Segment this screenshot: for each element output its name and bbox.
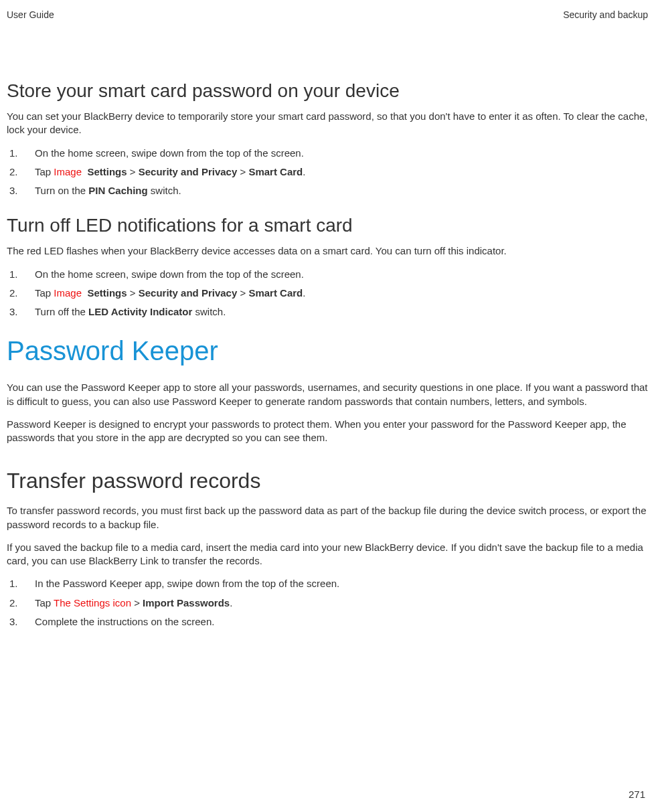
paragraph: The red LED flashes when your BlackBerry… xyxy=(7,244,648,258)
list-number: 1. xyxy=(9,147,35,160)
list-item: 1. On the home screen, swipe down from t… xyxy=(9,268,648,281)
text: . xyxy=(303,287,305,299)
list-number: 2. xyxy=(9,287,35,300)
text: . xyxy=(230,597,232,608)
list-item: 2. Tap The Settings icon > Import Passwo… xyxy=(9,596,648,610)
settings-icon-placeholder: The Settings icon xyxy=(54,597,131,608)
image-placeholder: Image xyxy=(54,287,82,299)
list-number: 1. xyxy=(9,577,35,590)
list-text: On the home screen, swipe down from the … xyxy=(35,147,648,160)
list-text: Complete the instructions on the screen. xyxy=(35,615,648,629)
list-item: 1. In the Password Keeper app, swipe dow… xyxy=(9,577,648,590)
paragraph: Password Keeper is designed to encrypt y… xyxy=(7,418,648,445)
list-item: 3. Turn off the LED Activity Indicator s… xyxy=(9,305,648,319)
settings-label: Settings xyxy=(87,166,127,177)
list-item: 1. On the home screen, swipe down from t… xyxy=(9,147,648,160)
settings-label: Settings xyxy=(87,287,127,299)
import-passwords-label: Import Passwords xyxy=(143,597,230,608)
image-placeholder: Image xyxy=(54,166,82,177)
text: Tap xyxy=(35,597,54,608)
list-text: Tap The Settings icon > Import Passwords… xyxy=(35,596,648,610)
header-left: User Guide xyxy=(7,9,54,20)
text: Tap xyxy=(35,166,54,177)
list-item: 3. Complete the instructions on the scre… xyxy=(9,615,648,629)
text: > xyxy=(237,287,248,299)
list-text: Turn on the PIN Caching switch. xyxy=(35,184,648,197)
list-item: 2. Tap Image Settings > Security and Pri… xyxy=(9,287,648,300)
ordered-list: 1. In the Password Keeper app, swipe dow… xyxy=(9,577,648,629)
led-activity-label: LED Activity Indicator xyxy=(88,306,192,317)
list-number: 3. xyxy=(9,184,35,197)
list-number: 3. xyxy=(9,305,35,319)
list-text: On the home screen, swipe down from the … xyxy=(35,268,648,281)
text: Turn off the xyxy=(35,306,88,317)
list-text: Tap Image Settings > Security and Privac… xyxy=(35,287,648,300)
list-number: 2. xyxy=(9,596,35,610)
heading-turn-off-led: Turn off LED notifications for a smart c… xyxy=(7,215,648,236)
text: > xyxy=(127,166,139,177)
list-item: 3. Turn on the PIN Caching switch. xyxy=(9,184,648,197)
list-number: 3. xyxy=(9,615,35,629)
page-header: User Guide Security and backup xyxy=(7,9,648,20)
pin-caching-label: PIN Caching xyxy=(88,185,147,196)
security-privacy-label: Security and Privacy xyxy=(139,287,238,299)
heading-password-keeper: Password Keeper xyxy=(7,336,648,366)
heading-transfer-password-records: Transfer password records xyxy=(7,469,648,493)
text: > xyxy=(237,166,248,177)
text: Turn on the xyxy=(35,185,88,196)
list-number: 2. xyxy=(9,165,35,179)
text: . xyxy=(303,166,305,177)
paragraph: You can use the Password Keeper app to s… xyxy=(7,381,648,408)
text: > xyxy=(131,597,143,608)
heading-store-smartcard-password: Store your smart card password on your d… xyxy=(7,80,648,102)
list-item: 2. Tap Image Settings > Security and Pri… xyxy=(9,165,648,179)
ordered-list: 1. On the home screen, swipe down from t… xyxy=(9,147,648,198)
smart-card-label: Smart Card xyxy=(248,287,303,299)
list-text: Turn off the LED Activity Indicator swit… xyxy=(35,305,648,319)
list-text: Tap Image Settings > Security and Privac… xyxy=(35,165,648,179)
smart-card-label: Smart Card xyxy=(248,166,303,177)
text: switch. xyxy=(148,185,181,196)
security-privacy-label: Security and Privacy xyxy=(139,166,238,177)
paragraph: To transfer password records, you must f… xyxy=(7,504,648,532)
list-number: 1. xyxy=(9,268,35,281)
paragraph: You can set your BlackBerry device to te… xyxy=(7,110,648,137)
page-number: 271 xyxy=(629,789,645,800)
list-text: In the Password Keeper app, swipe down f… xyxy=(35,577,648,590)
header-right: Security and backup xyxy=(563,9,648,20)
text: switch. xyxy=(192,306,226,317)
ordered-list: 1. On the home screen, swipe down from t… xyxy=(9,268,648,319)
text: > xyxy=(127,287,139,299)
text: Tap xyxy=(35,287,54,299)
paragraph: If you saved the backup file to a media … xyxy=(7,541,648,568)
